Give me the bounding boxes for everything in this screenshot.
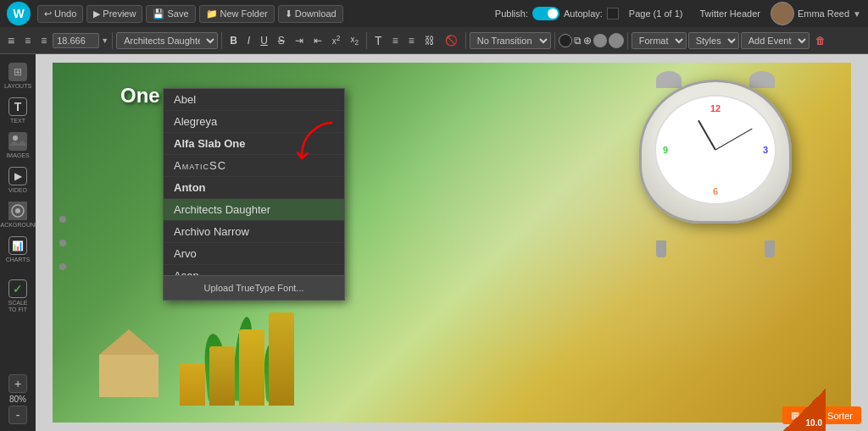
delete-button[interactable]: 🗑: [811, 33, 830, 48]
sidebar-item-images[interactable]: IMAGES: [3, 129, 33, 162]
sidebar-item-video[interactable]: ▶ VIDEO: [3, 163, 33, 196]
font-dropdown-list[interactable]: AbelAlegreyaAlfa Slab OneAmaticSCAntonAr…: [164, 89, 344, 275]
link-button[interactable]: ⛓: [420, 33, 439, 48]
separator-4: [465, 32, 466, 49]
autoplay-checkbox[interactable]: [607, 8, 619, 19]
version-badge: 10.0: [783, 389, 826, 431]
font-item[interactable]: Alegreya: [164, 111, 344, 133]
styles-dropdown[interactable]: Styles: [688, 32, 739, 49]
layouts-label: LAYOUTS: [4, 83, 31, 89]
canvas-bullets: [59, 216, 66, 270]
save-icon: 💾: [153, 8, 164, 19]
layouts-icon: ⊞: [8, 63, 27, 81]
clone-icon[interactable]: ⊕: [583, 35, 592, 47]
top-toolbar: W ↩ Undo ▶ Preview 💾 Save 📁 New Folder ⬇…: [0, 0, 868, 27]
bold-button[interactable]: B: [225, 33, 242, 48]
main-area: ⊞ LAYOUTS T TEXT IMAGES ▶ VIDEO BACKGROU…: [0, 54, 868, 431]
align-right-button[interactable]: ≡: [36, 33, 51, 48]
strikethrough-button[interactable]: S: [274, 33, 289, 48]
page-info: Page (1 of 1): [629, 8, 683, 19]
outdent-button[interactable]: ⇤: [309, 33, 326, 48]
font-item[interactable]: Alfa Slab One: [164, 133, 344, 155]
canvas-text-one[interactable]: One: [120, 84, 160, 108]
indent-button[interactable]: ⇥: [291, 33, 308, 48]
bullet-dot-2[interactable]: [59, 240, 66, 246]
sidebar-item-layouts[interactable]: ⊞ LAYOUTS: [3, 59, 33, 92]
bullet-dot-3[interactable]: [59, 263, 66, 270]
align-left-button[interactable]: ≡: [3, 32, 19, 49]
font-item[interactable]: Asap: [164, 265, 344, 275]
new-folder-button[interactable]: 📁 New Folder: [199, 5, 275, 23]
text-label: TEXT: [10, 118, 25, 124]
align-center-button[interactable]: ≡: [20, 33, 35, 48]
underline-button[interactable]: U: [256, 33, 272, 48]
charts-icon: 📊: [8, 236, 27, 255]
charts-label: CHARTS: [6, 257, 31, 262]
text-icon: T: [8, 97, 27, 116]
circle-icon-2: [593, 34, 607, 47]
sidebar-item-charts[interactable]: 📊 CHARTS: [3, 233, 33, 266]
user-dropdown-arrow[interactable]: ▼: [853, 9, 861, 19]
circle-icon-1: [559, 34, 572, 47]
separator-6: [627, 32, 628, 49]
font-family-dropdown[interactable]: Architects Daughter: [116, 32, 218, 49]
font-item[interactable]: Anton: [164, 177, 344, 199]
scale-icon: ✓: [8, 279, 27, 298]
ordered-list-button[interactable]: ≡: [404, 33, 419, 48]
bullet-list-button[interactable]: ≡: [388, 33, 403, 48]
format-dropdown[interactable]: Format: [632, 32, 687, 49]
twitter-header-label: Twitter Header: [699, 8, 760, 19]
font-size-input[interactable]: [53, 33, 99, 48]
images-icon: [8, 132, 27, 151]
separator-5: [554, 32, 555, 49]
upload-font-button[interactable]: Upload TrueType Font...: [164, 275, 344, 300]
publish-toggle[interactable]: [532, 7, 559, 20]
sidebar-item-text[interactable]: T TEXT: [3, 94, 33, 127]
background-label: BACKGROUND: [0, 222, 39, 228]
background-icon: [8, 202, 27, 220]
left-sidebar: ⊞ LAYOUTS T TEXT IMAGES ▶ VIDEO BACKGROU…: [0, 54, 36, 431]
font-item[interactable]: Abel: [164, 89, 344, 111]
zoom-controls: + 80% -: [0, 374, 36, 424]
pattern-icon: [609, 33, 624, 48]
italic-button[interactable]: I: [243, 33, 254, 48]
unlink-button[interactable]: 🚫: [441, 33, 462, 48]
add-event-dropdown[interactable]: Add Event: [741, 32, 810, 49]
font-dropdown: AbelAlegreyaAlfa Slab OneAmaticSCAntonAr…: [163, 88, 345, 301]
bullet-dot-1[interactable]: [59, 216, 66, 223]
separator-3: [366, 32, 367, 49]
user-name: Emma Reed: [798, 8, 849, 19]
dropdown-arrow-fontsize: ▼: [101, 36, 108, 45]
separator-1: [112, 32, 113, 49]
save-button[interactable]: 💾 Save: [146, 5, 195, 23]
zoom-minus-button[interactable]: -: [8, 406, 27, 424]
font-item[interactable]: AmaticSC: [164, 155, 344, 177]
zoom-percent: 80%: [9, 395, 26, 404]
text-block-button[interactable]: T: [370, 32, 387, 49]
sidebar-item-background[interactable]: BACKGROUND: [3, 198, 33, 231]
video-icon: ▶: [8, 167, 27, 185]
transition-dropdown[interactable]: No Transition: [470, 32, 551, 49]
publish-toggle-container: Publish: Autoplay:: [495, 7, 619, 20]
subscript-button[interactable]: x2: [346, 33, 363, 48]
app-logo[interactable]: W: [7, 2, 31, 25]
font-item[interactable]: Architects Daughter: [164, 199, 344, 221]
preview-button[interactable]: ▶ Preview: [86, 5, 142, 23]
canvas-area: 12 3 6 9 One: [36, 54, 868, 431]
zoom-plus-button[interactable]: +: [8, 374, 27, 393]
svg-point-4: [15, 208, 20, 213]
font-item[interactable]: Archivo Narrow: [164, 221, 344, 243]
sidebar-item-scale[interactable]: ✓ SCALETO FIT: [3, 276, 33, 316]
separator-2: [221, 32, 222, 49]
second-toolbar: ≡ ≡ ≡ ▼ Architects Daughter B I U S ⇥ ⇤ …: [0, 27, 868, 54]
superscript-button[interactable]: x2: [328, 32, 345, 47]
preview-icon: ▶: [93, 8, 100, 19]
undo-button[interactable]: ↩ Undo: [37, 5, 83, 23]
svg-point-1: [13, 135, 18, 141]
svg-rect-0: [8, 132, 27, 151]
download-button[interactable]: ⬇ Download: [278, 5, 343, 23]
crop-icon[interactable]: ⧉: [574, 35, 581, 47]
video-label: VIDEO: [8, 187, 27, 193]
font-item[interactable]: Arvo: [164, 243, 344, 265]
download-icon: ⬇: [285, 8, 292, 19]
